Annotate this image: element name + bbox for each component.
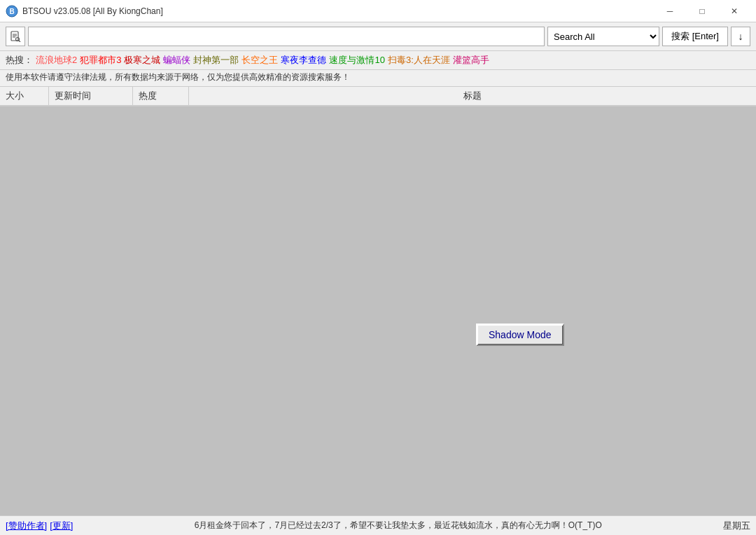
hot-tag-3[interactable]: 蝙蝠侠 bbox=[163, 54, 190, 67]
svg-line-7 bbox=[19, 41, 20, 42]
table-header: 大小 更新时间 热度 标题 bbox=[0, 87, 756, 106]
minimize-button[interactable]: ─ bbox=[654, 0, 686, 22]
search-icon-button[interactable] bbox=[6, 27, 25, 46]
title-bar: B BTSOU v23.05.08 [All By KiongChan] ─ □… bbox=[0, 0, 756, 22]
title-bar-left: B BTSOU v23.05.08 [All By KiongChan] bbox=[6, 5, 163, 18]
hot-tag-1[interactable]: 犯罪都市3 bbox=[80, 54, 121, 67]
window-title: BTSOU v23.05.08 [All By KiongChan] bbox=[22, 6, 163, 16]
hot-search-label: 热搜： bbox=[6, 54, 33, 67]
close-button[interactable]: ✕ bbox=[718, 0, 750, 22]
search-input[interactable] bbox=[28, 27, 545, 46]
hot-tag-7[interactable]: 速度与激情10 bbox=[329, 54, 384, 67]
svg-text:B: B bbox=[9, 8, 14, 15]
app-icon: B bbox=[6, 5, 18, 18]
search-type-select[interactable]: Search All Search Title Search Hash bbox=[547, 27, 659, 46]
hot-tag-8[interactable]: 扫毒3:人在天涯 bbox=[388, 54, 450, 67]
search-bar: Search All Search Title Search Hash 搜索 [… bbox=[0, 22, 756, 51]
col-header-title: 标题 bbox=[189, 87, 756, 105]
down-arrow-button[interactable]: ↓ bbox=[731, 27, 750, 46]
hot-search-bar: 热搜： 流浪地球2 犯罪都市3 极寒之城 蝙蝠侠 封神第一部 长空之王 寒夜李查… bbox=[0, 51, 756, 70]
status-message: 6月租金终于回本了，7月已经过去2/3了，希望不要让我垫太多，最近花钱如流水，真… bbox=[78, 520, 718, 531]
main-content-area: Shadow Mode bbox=[0, 106, 756, 515]
day-label: 星期五 bbox=[723, 520, 750, 532]
maximize-button[interactable]: □ bbox=[686, 0, 718, 22]
col-header-hot: 热度 bbox=[133, 87, 189, 105]
hot-tag-6[interactable]: 寒夜李查德 bbox=[281, 54, 326, 67]
hot-tag-4[interactable]: 封神第一部 bbox=[193, 54, 239, 67]
sponsor-link[interactable]: [赞助作者] bbox=[6, 520, 47, 532]
col-header-size: 大小 bbox=[0, 87, 49, 105]
document-search-icon bbox=[10, 31, 21, 42]
title-bar-controls: ─ □ ✕ bbox=[654, 0, 750, 22]
status-bar: [赞助作者] [更新] 6月租金终于回本了，7月已经过去2/3了，希望不要让我垫… bbox=[0, 515, 756, 535]
hot-tag-2[interactable]: 极寒之城 bbox=[124, 54, 160, 67]
hot-tag-0[interactable]: 流浪地球2 bbox=[36, 54, 77, 67]
shadow-mode-button[interactable]: Shadow Mode bbox=[476, 324, 564, 346]
hot-tag-5[interactable]: 长空之王 bbox=[241, 54, 278, 67]
col-header-time: 更新时间 bbox=[49, 87, 133, 105]
status-bar-left: [赞助作者] [更新] bbox=[6, 520, 73, 532]
hot-tag-9[interactable]: 灌篮高手 bbox=[453, 54, 489, 67]
disclaimer-text: 使用本软件请遵守法律法规，所有数据均来源于网络，仅为您提供高效精准的资源搜索服务… bbox=[0, 70, 756, 87]
update-link[interactable]: [更新] bbox=[50, 520, 73, 532]
search-button[interactable]: 搜索 [Enter] bbox=[662, 27, 728, 46]
